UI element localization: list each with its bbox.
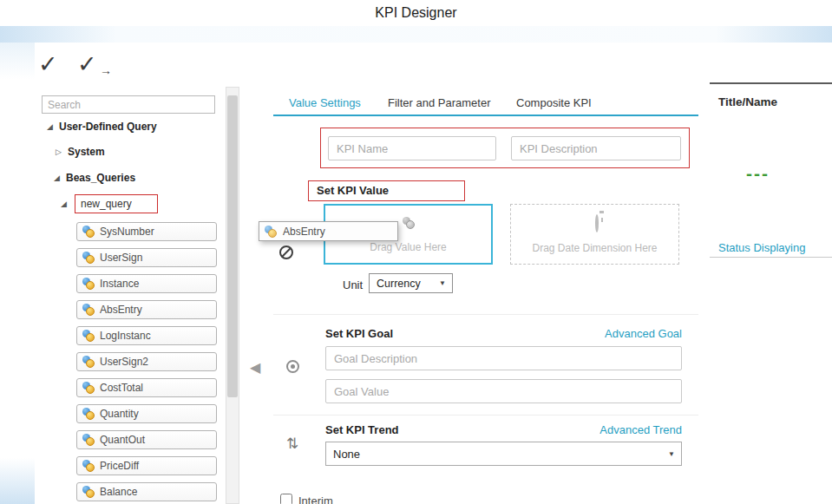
kpi-designer-window: KPI Designer ✓ ✓ → ◢ User-Defined Query … bbox=[0, 0, 832, 504]
tab-composite-kpi[interactable]: Composite KPI bbox=[516, 96, 592, 109]
field-label: QuantOut bbox=[100, 434, 145, 446]
query-field-icon bbox=[82, 330, 95, 342]
tree-node-label: new_query bbox=[81, 198, 132, 210]
query-field-icon bbox=[265, 226, 277, 238]
field-label: AbsEntry bbox=[100, 304, 142, 316]
field-label: Instance bbox=[100, 278, 139, 290]
kpi-description-input[interactable] bbox=[511, 136, 681, 160]
dragged-field-absentry[interactable]: AbsEntry bbox=[259, 221, 398, 241]
search-input[interactable] bbox=[42, 95, 215, 114]
sidebar-scrollbar[interactable] bbox=[226, 87, 239, 504]
section-divider bbox=[273, 314, 698, 315]
kpi-name-highlight-box bbox=[320, 128, 690, 168]
dropzone-hint: Drag Date Dimension Here bbox=[511, 242, 678, 254]
goal-value-input[interactable] bbox=[325, 379, 682, 403]
arrow-right-icon: → bbox=[100, 63, 112, 77]
tree-expanded-icon[interactable]: ◢ bbox=[47, 122, 59, 131]
empty-title-placeholder: --- bbox=[746, 163, 770, 184]
header-gradient-band bbox=[0, 26, 832, 43]
section-divider bbox=[273, 415, 698, 416]
field-label: CostTotal bbox=[100, 382, 143, 394]
field-item-usersign[interactable]: UserSign bbox=[76, 248, 217, 267]
no-drop-cursor-icon bbox=[279, 245, 293, 259]
tree-node-new-query-selected[interactable]: new_query bbox=[75, 194, 158, 213]
set-kpi-trend-heading: Set KPI Trend bbox=[325, 423, 399, 436]
scrollbar-thumb[interactable] bbox=[227, 95, 238, 397]
trend-selected-value: None bbox=[326, 448, 668, 461]
query-field-icon bbox=[82, 408, 95, 420]
title-name-heading: Title/Name bbox=[718, 95, 777, 108]
field-item-pricediff[interactable]: PriceDiff bbox=[76, 456, 217, 475]
collapse-panel-icon[interactable]: ◀ bbox=[250, 359, 260, 376]
field-item-instance[interactable]: Instance bbox=[76, 274, 217, 293]
tab-filter-and-parameter[interactable]: Filter and Parameter bbox=[388, 96, 491, 109]
goal-description-input[interactable] bbox=[325, 346, 682, 370]
tree-expanded-icon[interactable]: ◢ bbox=[61, 200, 67, 208]
unit-select[interactable]: Currency ▼ bbox=[369, 273, 453, 293]
left-gutter-background bbox=[0, 43, 35, 504]
query-field-icon bbox=[82, 252, 95, 264]
confirm-and-next-button[interactable]: ✓ → bbox=[77, 50, 108, 80]
target-icon bbox=[286, 360, 299, 373]
trend-select[interactable]: None ▼ bbox=[325, 442, 682, 466]
field-item-quantity[interactable]: Quantity bbox=[76, 404, 217, 423]
query-field-icon bbox=[82, 226, 95, 238]
tree-node-label: Beas_Queries bbox=[66, 172, 135, 184]
field-label: LogInstanc bbox=[100, 330, 151, 342]
advanced-trend-link[interactable]: Advanced Trend bbox=[573, 423, 682, 436]
field-item-quantout[interactable]: QuantOut bbox=[76, 430, 217, 449]
check-icon: ✓ bbox=[77, 51, 97, 77]
drag-date-dimension-dropzone[interactable]: Drag Date Dimension Here bbox=[510, 204, 679, 265]
tree-node-beas-queries[interactable]: ◢ Beas_Queries bbox=[54, 171, 135, 185]
field-label: SysNumber bbox=[100, 226, 154, 238]
unit-selected-value: Currency bbox=[370, 278, 439, 290]
kpi-name-input[interactable] bbox=[328, 136, 496, 160]
dropzone-hint: Drag Value Here bbox=[325, 241, 491, 253]
field-label: Balance bbox=[100, 486, 137, 498]
tab-value-settings[interactable]: Value Settings bbox=[289, 96, 361, 109]
field-label: UserSign bbox=[100, 252, 142, 264]
trend-icon: ⇅ bbox=[286, 435, 298, 453]
tree-node-user-defined-query[interactable]: ◢ User-Defined Query bbox=[47, 120, 157, 134]
field-label: PriceDiff bbox=[100, 460, 139, 472]
field-label: Quantity bbox=[100, 408, 139, 420]
tree-expanded-icon[interactable]: ◢ bbox=[54, 173, 66, 182]
query-field-icon bbox=[82, 304, 95, 316]
check-icon: ✓ bbox=[38, 51, 58, 77]
right-panel-top-border bbox=[710, 82, 832, 84]
advanced-goal-link[interactable]: Advanced Goal bbox=[573, 327, 682, 340]
dragged-field-label: AbsEntry bbox=[283, 226, 325, 238]
query-field-icon bbox=[82, 278, 95, 290]
tree-node-system[interactable]: ▷ System bbox=[56, 145, 105, 159]
field-item-absentry[interactable]: AbsEntry bbox=[76, 300, 217, 319]
query-field-icon bbox=[403, 217, 415, 229]
chevron-down-icon: ▼ bbox=[439, 279, 452, 287]
set-kpi-value-label: Set KPI Value bbox=[308, 180, 465, 201]
query-field-icon bbox=[82, 460, 95, 472]
stopwatch-icon bbox=[595, 214, 599, 232]
field-item-usersign2[interactable]: UserSign2 bbox=[76, 352, 217, 371]
field-item-sysnumber[interactable]: SysNumber bbox=[76, 222, 217, 241]
query-field-icon bbox=[82, 434, 95, 446]
app-header: KPI Designer bbox=[0, 0, 832, 26]
right-panel-divider bbox=[710, 257, 832, 258]
tree-collapsed-icon[interactable]: ▷ bbox=[56, 147, 68, 156]
chevron-down-icon: ▼ bbox=[668, 450, 681, 458]
interim-label: Interim bbox=[298, 494, 333, 504]
confirm-button[interactable]: ✓ bbox=[38, 50, 69, 80]
tab-underline bbox=[273, 115, 698, 116]
unit-label: Unit bbox=[343, 278, 363, 291]
field-item-costtotal[interactable]: CostTotal bbox=[76, 378, 217, 397]
tree-node-label: User-Defined Query bbox=[59, 121, 157, 133]
query-field-icon bbox=[82, 356, 95, 368]
page-title: KPI Designer bbox=[375, 0, 456, 26]
status-displaying-link[interactable]: Status Displaying bbox=[718, 241, 805, 254]
set-kpi-goal-heading: Set KPI Goal bbox=[325, 327, 393, 340]
field-item-balance[interactable]: Balance bbox=[76, 482, 217, 501]
field-label: UserSign2 bbox=[100, 356, 148, 368]
query-field-icon bbox=[82, 486, 95, 498]
field-item-loginstanc[interactable]: LogInstanc bbox=[76, 326, 217, 345]
interim-checkbox[interactable] bbox=[280, 494, 292, 504]
tree-node-label: System bbox=[68, 146, 105, 158]
query-field-icon bbox=[82, 382, 95, 394]
